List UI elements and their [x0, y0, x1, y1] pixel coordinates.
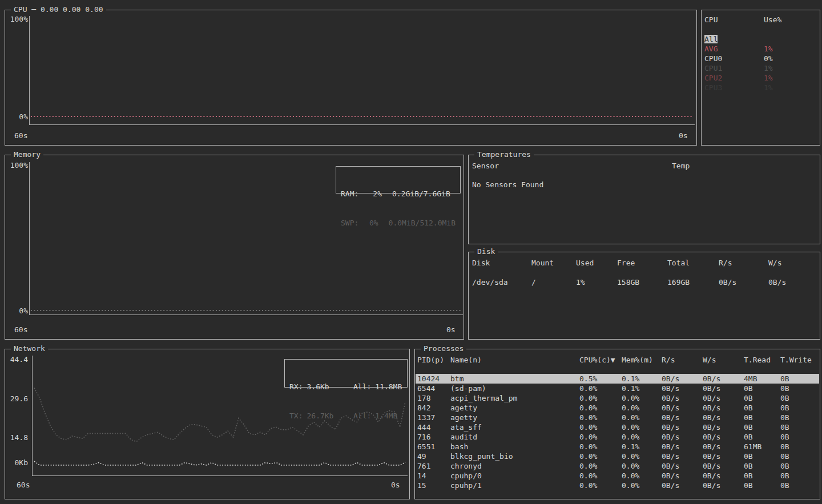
cpu-legend-row[interactable]: CPU00%: [704, 54, 817, 63]
btm-dashboard: CPU ─ 0.00 0.00 0.00 100% 0% 60s 0s CPU …: [0, 0, 822, 504]
cpu-legend-row-use: [764, 34, 817, 44]
process-row[interactable]: 444ata_sff0.0%0.0%0B/s0B/s0B0B: [416, 422, 819, 432]
process-row[interactable]: 1337agetty0.0%0.0%0B/s0B/s0B0B: [416, 413, 819, 422]
process-cell: 0B: [744, 471, 780, 481]
disk-column-header: Disk: [472, 258, 531, 268]
cpu-graph: [29, 16, 695, 125]
process-cell: 0.0%: [579, 403, 622, 413]
process-cell: 6551: [417, 442, 450, 451]
process-cell: cpuhp/0: [450, 471, 579, 481]
process-cell: 0B: [780, 403, 819, 413]
process-cell: 0B/s: [703, 432, 744, 442]
process-cell: 0B/s: [703, 374, 744, 384]
process-cell: 0B: [744, 461, 780, 471]
process-cell: 0B: [744, 403, 780, 413]
cpu-legend-row-name: CPU0: [704, 54, 764, 63]
process-column-header[interactable]: R/s: [662, 355, 703, 365]
cpu-legend-panel[interactable]: CPU Use% AllAVG1%CPU00%CPU11%CPU21%CPU31…: [701, 10, 820, 146]
process-cell: auditd: [450, 432, 579, 442]
cpu-legend-row-use: 0%: [764, 54, 817, 63]
temperatures-panel-title: Temperatures: [474, 150, 534, 159]
temperatures-panel[interactable]: Temperatures Sensor Temp No Sensors Foun…: [468, 155, 820, 244]
disk-column-header: W/s: [768, 258, 817, 268]
cpu-legend-row-name: CPU3: [704, 83, 764, 92]
process-cell: 0B: [744, 422, 780, 432]
process-cell: 0.0%: [579, 451, 622, 461]
tx-all-label: All:: [353, 411, 371, 421]
process-row[interactable]: 716auditd0.0%0.0%0B/s0B/s0B0B: [416, 432, 819, 442]
process-cell: 6544: [417, 384, 450, 393]
process-row[interactable]: 14cpuhp/00.0%0.0%0B/s0B/s0B0B: [416, 471, 819, 481]
disk-column-header: Total: [667, 258, 719, 268]
process-cell: 0B/s: [662, 481, 703, 490]
rx-all-value: 11.8MB: [375, 382, 402, 392]
cpu-legend-row-use: 1%: [764, 63, 817, 73]
cpu-legend-row[interactable]: AVG1%: [704, 44, 817, 54]
process-column-header[interactable]: T.Write: [780, 355, 819, 365]
memory-panel[interactable]: Memory 100% 0% 60s 0s RAM: 2% 0.2GiB/7.6…: [5, 155, 464, 340]
disk-cell: 0B/s: [768, 277, 817, 287]
process-column-header[interactable]: W/s: [703, 355, 744, 365]
network-tx-legend: TX:26.7Kb All:1.4MB: [289, 411, 402, 421]
cpu-x-right-label: 0s: [679, 131, 688, 140]
process-cell: agetty: [450, 403, 579, 413]
process-row[interactable]: 842agetty0.0%0.0%0B/s0B/s0B0B: [416, 403, 819, 413]
process-row[interactable]: 6551bash0.0%0.1%0B/s0B/s61MB0B: [416, 442, 819, 451]
process-column-header[interactable]: T.Read: [744, 355, 780, 365]
processes-header: PID(p)Name(n)CPU%(c)▼Mem%(m)R/sW/sT.Read…: [417, 355, 819, 365]
network-ytick-1: 29.6: [6, 394, 28, 404]
temperatures-header-sensor: Sensor: [472, 161, 672, 171]
process-cell: 0B/s: [662, 374, 703, 384]
process-cell: blkcg_punt_bio: [450, 451, 579, 461]
cpu-legend-header: CPU Use%: [704, 15, 817, 25]
process-column-header[interactable]: PID(p): [417, 355, 450, 365]
network-usage-legend: RX:3.6Kb All:11.8MB TX:26.7Kb All:1.4MB: [284, 359, 408, 388]
process-column-header[interactable]: CPU%(c)▼: [579, 355, 622, 365]
process-cell: 0.0%: [622, 471, 662, 481]
process-cell: 0.1%: [622, 384, 662, 393]
processes-panel[interactable]: Processes PID(p)Name(n)CPU%(c)▼Mem%(m)R/…: [414, 349, 820, 499]
process-column-header[interactable]: Mem%(m): [622, 355, 662, 365]
processes-panel-title: Processes: [421, 344, 466, 353]
cpu-y-min-label: 0%: [6, 112, 28, 122]
process-row[interactable]: 178acpi_thermal_pm0.0%0.0%0B/s0B/s0B0B: [416, 393, 819, 403]
tx-label: TX:: [289, 411, 303, 421]
process-cell: 0B/s: [662, 413, 703, 422]
cpu-legend-row[interactable]: CPU31%: [704, 83, 817, 92]
process-cell: 0B/s: [703, 451, 744, 461]
process-cell: 716: [417, 432, 450, 442]
cpu-legend-row[interactable]: All: [704, 34, 817, 44]
memory-ram-legend: RAM: 2% 0.2GiB/7.6GiB: [341, 189, 456, 199]
process-row[interactable]: 15cpuhp/10.0%0.0%0B/s0B/s0B0B: [416, 481, 819, 490]
process-row[interactable]: 6544(sd-pam)0.0%0.1%0B/s0B/s0B0B: [416, 384, 819, 393]
process-row[interactable]: 10424btm0.5%0.1%0B/s0B/s4MB0B: [416, 374, 819, 384]
swap-label: SWP:: [341, 218, 365, 228]
rx-value: 3.6Kb: [307, 382, 329, 392]
network-panel[interactable]: Network 44.4 29.6 14.8 0Kb 60s 0s RX:3.6…: [5, 349, 410, 499]
process-cell: 0B: [780, 432, 819, 442]
process-cell: 0.0%: [622, 413, 662, 422]
temperatures-header: Sensor Temp: [472, 161, 817, 171]
disk-table-row[interactable]: /dev/sda/1%158GB169GB0B/s0B/s: [472, 277, 817, 287]
process-cell: cpuhp/1: [450, 481, 579, 490]
process-cell: 0B: [744, 413, 780, 422]
process-row[interactable]: 761chronyd0.0%0.0%0B/s0B/s0B0B: [416, 461, 819, 471]
disk-column-header: Used: [576, 258, 617, 268]
memory-y-min-label: 0%: [6, 307, 28, 316]
process-row[interactable]: 49blkcg_punt_bio0.0%0.0%0B/s0B/s0B0B: [416, 451, 819, 461]
memory-y-max-label: 100%: [6, 161, 28, 170]
process-cell: 1337: [417, 413, 450, 422]
cpu-panel-title: CPU ─ 0.00 0.00 0.00: [11, 5, 106, 14]
disk-panel[interactable]: Disk DiskMountUsedFreeTotalR/sW/s /dev/s…: [468, 252, 820, 340]
cpu-graph-panel[interactable]: CPU ─ 0.00 0.00 0.00 100% 0% 60s 0s: [5, 10, 697, 146]
cpu-legend-row[interactable]: CPU21%: [704, 73, 817, 83]
process-column-header[interactable]: Name(n): [450, 355, 579, 365]
process-cell: 178: [417, 393, 450, 403]
temperatures-empty-message: No Sensors Found: [472, 180, 543, 189]
process-cell: 0B/s: [703, 422, 744, 432]
process-cell: (sd-pam): [450, 384, 579, 393]
cpu-legend-row[interactable]: CPU11%: [704, 63, 817, 73]
network-x-right-label: 0s: [391, 481, 400, 490]
disk-cell: /dev/sda: [472, 277, 531, 287]
process-cell: 0B: [780, 451, 819, 461]
